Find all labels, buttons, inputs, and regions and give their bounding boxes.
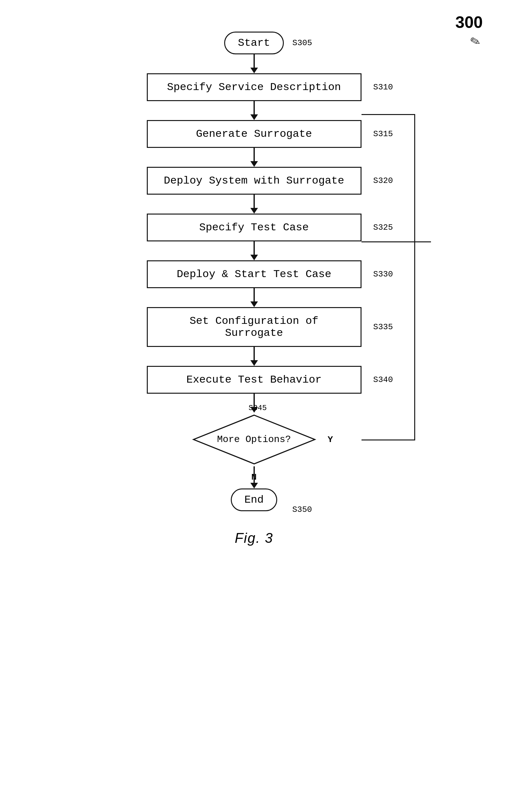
arrow-1 [254, 54, 255, 73]
arrow-4 [254, 195, 255, 214]
diamond-label: More Options? [217, 434, 291, 445]
node-s335: Set Configuration of Surrogate S335 [147, 307, 362, 347]
step-s315: S315 [373, 129, 393, 139]
feedback-right-v [414, 114, 415, 439]
figure-caption: Fig. 3 [235, 530, 273, 546]
node-s345: More Options? S345 Y N [191, 413, 317, 466]
node-s315: Generate Surrogate S315 [147, 120, 362, 148]
end-node: End S350 [231, 489, 277, 511]
start-node: Start S305 [224, 32, 284, 54]
step-s305: S305 [292, 38, 312, 48]
node-s340: Execute Test Behavior S340 [147, 366, 362, 394]
pencil-icon: ✎ [468, 31, 482, 51]
node-s325: Specify Test Case S325 [147, 214, 362, 241]
step-s320: S320 [373, 176, 393, 186]
feedback-top-line [362, 241, 431, 242]
arrow-3 [254, 148, 255, 167]
node-s330: Deploy & Start Test Case S330 [147, 260, 362, 288]
node-s320: Deploy System with Surrogate S320 [147, 167, 362, 195]
step-s325: S325 [373, 223, 393, 232]
arrow-7 [254, 347, 255, 366]
arrow-5-container [147, 241, 362, 260]
arrow-9 [254, 466, 255, 489]
y-label: Y [328, 435, 333, 444]
node-s310: Specify Service Description S310 [147, 73, 362, 101]
feedback-top-h [362, 114, 415, 115]
start-oval: Start [224, 32, 284, 54]
step-s350: S350 [292, 505, 312, 514]
flowchart: Start S305 Specify Service Description S… [112, 25, 396, 511]
step-s310: S310 [373, 82, 393, 92]
end-oval: End [231, 489, 277, 511]
figure-number: 300 [455, 13, 483, 32]
step-s330: S330 [373, 270, 393, 279]
arrow-6 [254, 288, 255, 307]
step-s340: S340 [373, 375, 393, 385]
arrow-2 [254, 101, 255, 120]
step-s345: S345 [249, 404, 267, 412]
feedback-right-h [362, 439, 415, 440]
page: 300 ✎ Start S305 Specify Service Descrip… [0, 0, 508, 812]
step-s335: S335 [373, 322, 393, 332]
node-s345-container: More Options? S345 Y N [147, 413, 362, 466]
